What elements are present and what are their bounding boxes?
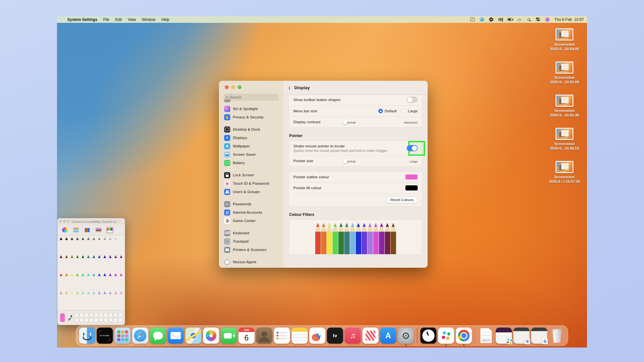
colour-pencil[interactable] (59, 237, 64, 255)
sidebar-item-screen-saver[interactable]: Screen Saver (222, 150, 280, 159)
colour-pencil[interactable] (70, 255, 75, 273)
empty-swatch-cell[interactable] (94, 313, 98, 317)
empty-swatch-cell[interactable] (75, 313, 79, 317)
shake-pointer-toggle[interactable] (407, 145, 418, 151)
pencil-colour-grid[interactable] (57, 236, 125, 310)
dock-tv-icon[interactable]: tv (327, 328, 343, 344)
colour-pencil[interactable] (102, 291, 107, 309)
colour-pencil[interactable] (113, 273, 118, 291)
screenshot-thumbnail[interactable] (555, 128, 573, 140)
dock-mail-icon[interactable] (168, 328, 184, 344)
colour-pencil[interactable] (97, 273, 102, 291)
sidebar-item-siri-spotlight[interactable]: Siri & Spotlight (222, 105, 280, 113)
pencils-icon[interactable] (106, 226, 114, 234)
colour-pencil[interactable] (75, 273, 80, 291)
dock-calendar-icon[interactable]: FEB6 (239, 328, 255, 344)
colour-pencil[interactable] (70, 291, 75, 309)
colour-pencil[interactable] (102, 273, 107, 291)
colour-pencil[interactable] (75, 237, 80, 255)
dock-slack-minimized-window[interactable] (496, 328, 512, 344)
colour-pencil[interactable] (118, 291, 124, 309)
empty-swatch-cell[interactable] (80, 313, 84, 317)
dock-news-icon[interactable] (363, 328, 379, 344)
colour-pencil[interactable] (97, 237, 102, 255)
dock-trash-icon[interactable] (549, 328, 565, 344)
sidebar-item-wallpaper[interactable]: Wallpaper (222, 142, 280, 150)
empty-swatch-cell[interactable] (94, 318, 98, 322)
content-scroll-area[interactable]: Show toolbar button shapes Menu bar size… (283, 95, 428, 268)
empty-swatch-cell[interactable] (113, 318, 118, 322)
colour-pencil[interactable] (64, 273, 69, 291)
sidebar-item-game-center[interactable]: Game Center (222, 217, 280, 225)
screenshot-thumbnail[interactable] (555, 95, 573, 107)
desktop-screenshot-icon[interactable]: Screenshot2025-0...10.55.09 (546, 61, 583, 95)
pointer-size-knob[interactable] (343, 159, 347, 163)
colours-close-button[interactable] (59, 220, 62, 223)
wifi-icon[interactable] (517, 17, 522, 22)
sidebar-item-keyboard[interactable]: Keyboard (222, 229, 280, 237)
colour-pencil[interactable] (118, 273, 124, 291)
colour-pencil[interactable] (108, 255, 113, 273)
sidebar-item-desktop-dock[interactable]: Desktop & Dock (222, 125, 280, 134)
sidebar-item-printers-scanners[interactable]: Printers & Scanners (222, 246, 280, 254)
desktop-screenshot-icon[interactable]: Screenshot2025-0...t 10.57.20 (546, 161, 583, 194)
colour-pencil[interactable] (80, 291, 85, 309)
eyedropper-icon[interactable] (67, 315, 72, 320)
colour-pencil[interactable] (75, 255, 80, 273)
colour-pencil[interactable] (97, 255, 102, 273)
menu-file[interactable]: File (103, 17, 109, 22)
colour-pencil[interactable] (70, 273, 75, 291)
screenshot-thumbnail[interactable] (555, 161, 573, 173)
colour-pencil[interactable] (75, 291, 80, 309)
colour-pencil[interactable] (59, 255, 64, 273)
dock-chrome-minimized-window-2[interactable] (531, 328, 547, 344)
colour-pencil[interactable] (64, 291, 69, 309)
colour-pencil[interactable] (91, 237, 96, 255)
close-button[interactable] (225, 85, 229, 89)
dock-chrome-icon[interactable] (456, 328, 472, 344)
colour-pencil[interactable] (59, 273, 64, 291)
color-palette-icon[interactable] (83, 226, 91, 234)
empty-swatch-cell[interactable] (118, 313, 122, 317)
saved-swatch-grid[interactable] (75, 313, 122, 322)
colour-pencil[interactable] (91, 273, 96, 291)
colours-minimize-button[interactable] (63, 220, 66, 223)
image-palette-icon[interactable] (94, 226, 103, 234)
zoom-button[interactable] (238, 85, 242, 89)
colour-pencil[interactable] (86, 273, 91, 291)
dock-music-icon[interactable]: ♫ (345, 328, 361, 344)
colour-pencil[interactable] (59, 291, 64, 309)
colour-pencil[interactable] (80, 273, 85, 291)
radio-large[interactable]: Large (402, 109, 418, 113)
control-center-icon[interactable] (535, 17, 541, 22)
sidebar-item-users-groups[interactable]: Users & Groups (222, 188, 280, 196)
colour-pencil[interactable] (91, 291, 96, 309)
colour-pencil[interactable] (70, 237, 75, 255)
colour-pencil[interactable] (108, 291, 113, 309)
empty-swatch-cell[interactable] (99, 318, 103, 322)
sidebar-item-battery[interactable]: Battery (222, 159, 280, 167)
dock-chrome-minimized-window-1[interactable] (514, 328, 530, 344)
colour-pencil[interactable] (91, 255, 96, 273)
blue-app-icon[interactable] (479, 17, 485, 22)
dock-photos-icon[interactable] (203, 328, 219, 344)
colour-pencil[interactable] (118, 237, 124, 255)
empty-swatch-cell[interactable] (113, 313, 118, 317)
menu-view[interactable]: View (128, 17, 136, 22)
colour-pencil[interactable] (86, 237, 91, 255)
desktop-screenshot-icon[interactable]: Screenshot2025-0...10.55.36 (546, 95, 583, 128)
sidebar-item-displays[interactable]: Displays (222, 134, 280, 142)
display-contrast-knob[interactable] (343, 120, 347, 125)
empty-swatch-cell[interactable] (109, 318, 113, 322)
sidebar-item-internet-accounts[interactable]: Internet Accounts (222, 208, 280, 217)
menu-window[interactable]: Window (142, 17, 156, 22)
empty-swatch-cell[interactable] (89, 313, 93, 317)
sidebar-item-clipped[interactable] (224, 99, 231, 102)
dock-finder-icon[interactable] (79, 328, 95, 344)
colours-zoom-button[interactable] (67, 220, 70, 223)
dock-contacts-icon[interactable] (256, 328, 272, 344)
colour-pencil[interactable] (108, 237, 113, 255)
dock-docx-document-icon[interactable]: DOCX (478, 328, 494, 344)
pointer-outline-colour-swatch[interactable] (405, 174, 418, 180)
dock-system-settings-icon[interactable]: ⚙ (398, 328, 414, 344)
